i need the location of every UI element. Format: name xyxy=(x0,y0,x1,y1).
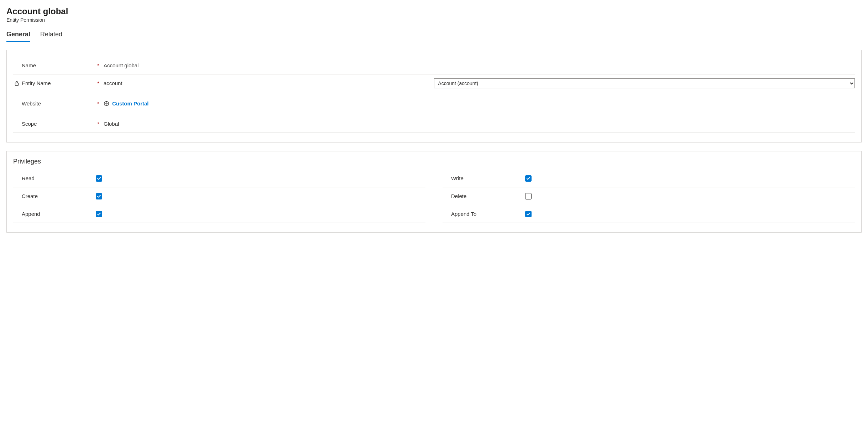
privilege-row-create: Create xyxy=(13,187,425,205)
field-row-entity-name: Entity Name * account xyxy=(13,74,425,92)
label-read: Read xyxy=(13,175,96,181)
privilege-row-write: Write xyxy=(443,170,855,187)
general-panel: Name * Account global Entity Name * acco… xyxy=(6,50,862,142)
field-row-scope: Scope * Global xyxy=(13,115,855,133)
label-append-to: Append To xyxy=(443,211,525,217)
value-name[interactable]: Account global xyxy=(104,62,425,68)
field-row-website: Website * Custom Portal xyxy=(13,92,425,115)
required-indicator: * xyxy=(96,81,101,86)
checkbox-append[interactable] xyxy=(96,211,102,217)
label-scope: Scope xyxy=(22,121,37,127)
tab-general[interactable]: General xyxy=(6,29,30,42)
tab-bar: General Related xyxy=(6,29,862,42)
value-entity-name[interactable]: account xyxy=(104,80,425,86)
checkbox-read[interactable] xyxy=(96,175,102,182)
privilege-row-append: Append xyxy=(13,205,425,223)
label-name: Name xyxy=(22,62,36,68)
label-create: Create xyxy=(13,193,96,199)
checkbox-create[interactable] xyxy=(96,193,102,199)
label-website: Website xyxy=(22,100,41,107)
value-scope[interactable]: Global xyxy=(104,121,425,127)
label-write: Write xyxy=(443,175,525,181)
svg-rect-0 xyxy=(15,83,19,85)
tab-related[interactable]: Related xyxy=(40,29,62,42)
privileges-title: Privileges xyxy=(13,158,855,165)
label-delete: Delete xyxy=(443,193,525,199)
privilege-row-delete: Delete xyxy=(443,187,855,205)
privilege-row-append-to: Append To xyxy=(443,205,855,223)
entity-type-label: Entity Permission xyxy=(6,17,862,23)
label-append: Append xyxy=(13,211,96,217)
field-row-name: Name * Account global xyxy=(13,57,855,74)
required-indicator: * xyxy=(96,121,101,127)
required-indicator: * xyxy=(96,101,101,107)
checkbox-append-to[interactable] xyxy=(525,211,532,217)
privileges-panel: Privileges Read Create Append Write Dele… xyxy=(6,151,862,233)
checkbox-delete[interactable] xyxy=(525,193,532,199)
lock-icon xyxy=(14,81,20,86)
value-website[interactable]: Custom Portal xyxy=(104,100,425,107)
website-link-text: Custom Portal xyxy=(112,100,149,107)
privilege-row-read: Read xyxy=(13,170,425,187)
label-entity-name: Entity Name xyxy=(22,80,51,86)
entity-select[interactable]: Account (account) xyxy=(434,78,855,88)
checkbox-write[interactable] xyxy=(525,175,532,182)
required-indicator: * xyxy=(96,63,101,68)
page-title: Account global xyxy=(6,6,862,16)
globe-icon xyxy=(104,101,109,107)
